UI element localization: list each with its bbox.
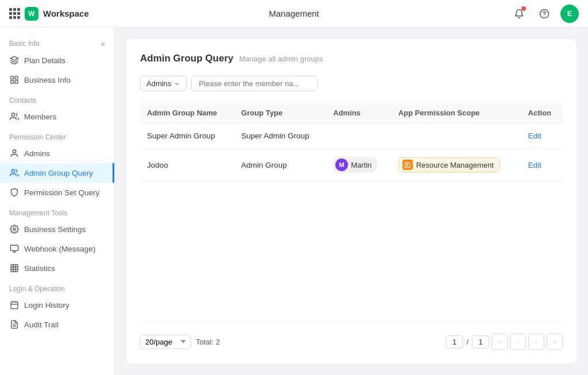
chart-icon [9,263,20,273]
group-type-cell: Admin Group [234,149,326,181]
help-button[interactable] [535,5,554,23]
sidebar-item-admins[interactable]: Admins [0,144,114,163]
total-label: Total: 2 [196,338,220,346]
col-group-type: Group Type [234,103,326,123]
collapse-button[interactable]: « [100,39,105,48]
admin-name: Martin [351,161,372,169]
webhook-icon [9,243,20,254]
logo-icon: W [25,7,38,21]
sidebar-section-login-operation: Login & Operation [0,278,114,295]
sidebar-item-permission-set-query[interactable]: Permission Set Query [0,183,114,202]
resource-icon [403,160,413,170]
sidebar-item-members[interactable]: Members [0,107,114,126]
svg-rect-5 [15,80,18,83]
content-card: Admin Group Query Manage all admin group… [126,39,577,364]
sidebar-item-plan-details[interactable]: Plan Details [0,51,114,70]
topnav-title: Management [124,9,464,18]
workspace-label: Workspace [43,9,89,18]
current-page: 1 [446,335,463,349]
grid-icon [9,75,20,85]
total-pages: 1 [472,335,489,349]
svg-rect-6 [11,80,14,83]
page-subtitle: Manage all admin groups [239,55,323,63]
group-type-cell: Super Admin Group [234,123,326,149]
svg-rect-13 [11,302,18,309]
filter-row: Admins [140,76,563,91]
admins-filter-dropdown[interactable]: Admins [140,76,187,91]
sidebar-section-management-tools: Management Tools [0,202,114,219]
svg-rect-3 [11,76,14,79]
action-cell: Edit [521,123,563,149]
admins-cell: M Martin [326,149,392,181]
sidebar-item-audit-trail[interactable]: Audit Trail [0,315,114,334]
sidebar-item-webhook[interactable]: Webhook (Message) [0,239,114,258]
admin-avatar: M [335,158,348,171]
svg-rect-4 [15,76,18,79]
col-perm-scope: App Permission Scope [392,103,521,123]
table-header-row: Admin Group Name Group Type Admins App P… [140,103,563,123]
page-separator: / [466,338,469,346]
group-icon [9,168,20,178]
user-avatar[interactable]: E [560,5,579,23]
top-navigation: W Workspace Management E [0,0,588,28]
col-action: Action [521,103,563,123]
prev-page-button[interactable] [510,334,526,350]
admin-groups-table: Admin Group Name Group Type Admins App P… [140,103,563,181]
settings-icon [9,224,20,234]
shield-icon [9,187,20,198]
history-icon [9,300,20,310]
pagination-left: 20/page 10/page 50/page 100/page Total: … [140,335,220,349]
next-page-button[interactable] [528,334,544,350]
perm-scope-cell [392,123,521,149]
perm-scope-cell: Resource Management [392,149,521,181]
page-size-select[interactable]: 20/page 10/page 50/page 100/page [140,335,191,349]
audit-icon [9,319,20,330]
col-group-name: Admin Group Name [140,103,234,123]
last-page-button[interactable] [547,334,563,350]
admin-tag: M Martin [333,157,377,173]
sidebar-item-statistics[interactable]: Statistics [0,258,114,278]
notification-badge [521,6,526,11]
people-icon [9,111,20,122]
apps-icon[interactable] [9,8,20,19]
sidebar-section-contacts: Contacts [0,90,114,107]
col-admins: Admins [326,103,392,123]
svg-point-9 [11,169,14,172]
page-title: Admin Group Query [140,53,233,64]
svg-point-8 [13,150,16,153]
edit-link-row1[interactable]: Edit [528,132,541,140]
member-search-input[interactable] [191,76,318,91]
sidebar-item-admin-group-query[interactable]: Admin Group Query [0,163,114,183]
page-header: Admin Group Query Manage all admin group… [140,53,563,64]
group-name-cell: Super Admin Group [140,123,234,149]
action-cell: Edit [521,149,563,181]
table-row: Super Admin Group Super Admin Group Edit [140,123,563,149]
layers-icon [9,55,20,65]
sidebar: Basic Info « Plan Details Business Info … [0,28,115,375]
pagination-bar: 20/page 10/page 50/page 100/page Total: … [140,322,563,350]
topnav-right: E [464,5,579,23]
sidebar-item-business-info[interactable]: Business Info [0,70,114,90]
svg-point-10 [13,228,16,230]
sidebar-section-permission-center: Permission Center [0,126,114,144]
svg-rect-12 [11,265,18,272]
sidebar-item-login-history[interactable]: Login History [0,295,114,315]
svg-marker-2 [10,56,18,60]
pagination-right: 1 / 1 [446,334,563,350]
edit-link-row2[interactable]: Edit [528,161,541,169]
admins-cell [326,123,392,149]
perm-scope-label: Resource Management [416,161,494,169]
group-name-cell: Jodoo [140,149,234,181]
topnav-left: W Workspace [9,7,124,21]
table-row: Jodoo Admin Group M Martin [140,149,563,181]
first-page-button[interactable] [492,334,508,350]
main-content: Admin Group Query Manage all admin group… [115,28,588,375]
filter-dropdown-label: Admins [146,79,171,88]
person-icon [9,148,20,158]
notification-button[interactable] [510,5,528,23]
body-layout: Basic Info « Plan Details Business Info … [0,28,588,375]
svg-rect-11 [10,245,18,250]
svg-point-7 [11,113,14,116]
permission-tag: Resource Management [399,157,500,172]
sidebar-item-business-settings[interactable]: Business Settings [0,219,114,239]
